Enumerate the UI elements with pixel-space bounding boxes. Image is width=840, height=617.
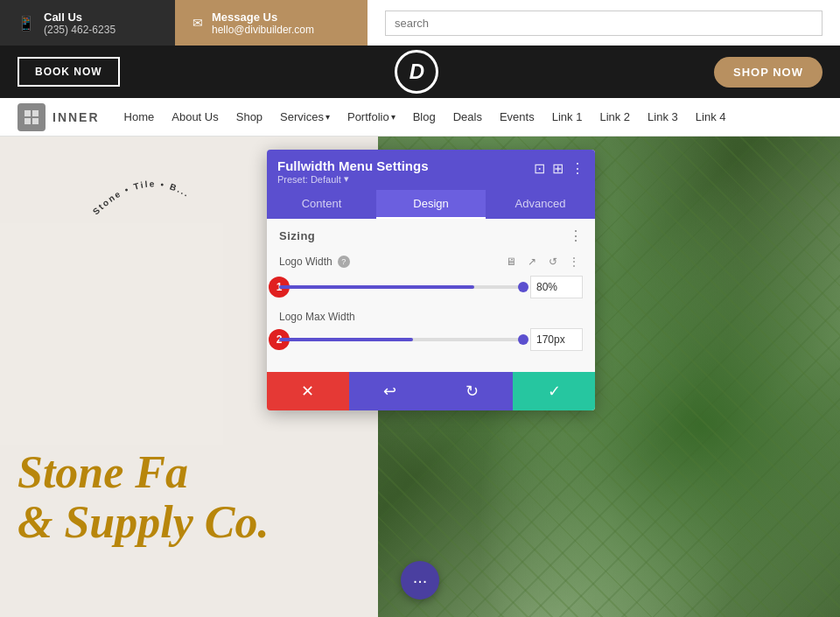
- email-icon: ✉: [192, 16, 203, 30]
- sizing-more-icon[interactable]: ⋮: [569, 228, 583, 244]
- nav-item-link1[interactable]: Link 1: [545, 107, 590, 127]
- stone-title-line2: & Supply Co.: [18, 497, 270, 547]
- panel-header-icons: ⊡ ⊞ ⋮: [534, 158, 584, 177]
- logo-max-width-header: Logo Max Width: [279, 311, 583, 323]
- split-icon[interactable]: ⊞: [552, 160, 564, 177]
- logo-width-slider-row: 1 80%: [279, 276, 583, 298]
- logo-width-field: Logo Width ? 🖥 ↗ ↺ ⋮ 1: [279, 253, 583, 298]
- stone-title-line1: Stone Fa: [18, 447, 188, 497]
- svg-rect-1: [32, 110, 38, 116]
- desktop-icon[interactable]: 🖥: [502, 253, 520, 270]
- logo-width-icons: 🖥 ↗ ↺ ⋮: [502, 253, 583, 270]
- nav-item-deals[interactable]: Deals: [446, 107, 489, 127]
- phone-icon: 📱: [18, 15, 35, 32]
- message-section: ✉ Message Us hello@divibuilder.com: [175, 0, 368, 46]
- nav-item-blog[interactable]: Blog: [406, 107, 443, 127]
- nav-item-home[interactable]: Home: [117, 107, 162, 127]
- svg-text:Stone • Tile • B...: Stone • Tile • B...: [91, 179, 192, 216]
- nav-item-shop[interactable]: Shop: [229, 107, 270, 127]
- inner-logo-svg: [23, 109, 40, 126]
- cursor-icon[interactable]: ↗: [523, 253, 541, 270]
- logo-max-width-slider-fill: [279, 338, 413, 341]
- floating-action-button[interactable]: ···: [401, 561, 439, 599]
- logo-letter: D: [410, 60, 424, 84]
- top-bar: 📱 Call Us (235) 462-6235 ✉ Message Us he…: [0, 0, 840, 46]
- shop-now-button[interactable]: SHOP NOW: [714, 57, 822, 88]
- stone-title-area: Stone Fa & Supply Co.: [18, 447, 298, 547]
- panel-title-area: Fullwidth Menu Settings Preset: Default …: [277, 158, 534, 185]
- logo-width-value[interactable]: 80%: [530, 276, 583, 298]
- logo-max-width-label: Logo Max Width: [279, 311, 355, 323]
- nav-logo-area: INNER: [18, 103, 100, 131]
- panel-header: Fullwidth Menu Settings Preset: Default …: [267, 150, 595, 190]
- options-icon[interactable]: ⋮: [565, 253, 583, 270]
- nav-item-about[interactable]: About Us: [164, 107, 225, 127]
- tab-design[interactable]: Design: [376, 190, 486, 219]
- message-email: hello@divibuilder.com: [212, 24, 314, 36]
- tab-content[interactable]: Content: [267, 190, 376, 219]
- tab-advanced[interactable]: Advanced: [486, 190, 595, 219]
- panel-footer: ✕ ↩ ↻ ✓: [267, 372, 595, 410]
- search-input[interactable]: [385, 11, 822, 36]
- cancel-button[interactable]: ✕: [267, 372, 349, 410]
- call-section: 📱 Call Us (235) 462-6235: [0, 0, 175, 46]
- panel-body: Sizing ⋮ Logo Width ? 🖥 ↗ ↺ ⋮ 1: [267, 219, 595, 372]
- message-text: Message Us hello@divibuilder.com: [212, 11, 314, 36]
- nav-logo-icon: [18, 103, 46, 131]
- logo-max-width-thumb[interactable]: [518, 334, 528, 345]
- fab-icon: ···: [413, 571, 428, 591]
- nav-item-portfolio[interactable]: Portfolio: [340, 107, 402, 127]
- nav-item-services[interactable]: Services: [273, 107, 337, 127]
- search-area: [368, 0, 840, 46]
- logo-width-slider-fill: [279, 285, 474, 289]
- sizing-section-header: Sizing ⋮: [279, 228, 583, 244]
- panel-title: Fullwidth Menu Settings: [277, 158, 534, 173]
- confirm-button[interactable]: ✓: [513, 372, 595, 410]
- logo-max-width-slider-row: 2 170px: [279, 328, 583, 351]
- main-content: Stone • Tile • B... Stone Fa & Supply Co…: [0, 137, 840, 617]
- chevron-down-icon: ▾: [344, 173, 349, 185]
- undo-button[interactable]: ↩: [349, 372, 431, 410]
- panel-preset[interactable]: Preset: Default ▾: [277, 173, 534, 185]
- logo-max-width-field: Logo Max Width 2 170px: [279, 311, 583, 351]
- nav-logo-text: INNER: [52, 110, 100, 124]
- svg-rect-2: [24, 118, 31, 124]
- svg-rect-3: [32, 118, 38, 124]
- logo-width-slider[interactable]: [279, 285, 523, 289]
- logo-width-label: Logo Width: [279, 256, 332, 268]
- reset-icon[interactable]: ↺: [544, 253, 562, 270]
- site-logo: D: [395, 50, 438, 94]
- more-icon[interactable]: ⋮: [570, 160, 584, 177]
- logo-width-thumb[interactable]: [518, 282, 528, 292]
- nav-item-link4[interactable]: Link 4: [689, 107, 733, 127]
- call-number: (235) 462-6235: [44, 24, 116, 36]
- curved-text-svg: Stone • Tile • B...: [88, 154, 219, 224]
- stone-main-title: Stone Fa & Supply Co.: [18, 447, 298, 547]
- logo-max-width-value[interactable]: 170px: [530, 328, 583, 351]
- call-text: Call Us (235) 462-6235: [44, 11, 116, 36]
- redo-button[interactable]: ↻: [431, 372, 514, 410]
- nav-item-link3[interactable]: Link 3: [640, 107, 685, 127]
- nav-item-events[interactable]: Events: [493, 107, 542, 127]
- sizing-section-title: Sizing: [279, 229, 315, 242]
- expand-icon[interactable]: ⊡: [534, 160, 545, 177]
- call-title: Call Us: [44, 11, 116, 24]
- settings-panel: Fullwidth Menu Settings Preset: Default …: [267, 150, 595, 410]
- svg-rect-0: [24, 110, 31, 116]
- nav-bar: INNER Home About Us Shop Services Portfo…: [0, 98, 840, 137]
- book-now-button[interactable]: BOOK NOW: [18, 57, 120, 87]
- message-title: Message Us: [212, 11, 314, 24]
- curved-text-area: Stone • Tile • B...: [88, 154, 192, 224]
- logo-width-help-icon[interactable]: ?: [338, 256, 350, 268]
- logo-width-header: Logo Width ? 🖥 ↗ ↺ ⋮: [279, 253, 583, 270]
- logo-max-width-slider[interactable]: [279, 338, 523, 341]
- panel-tabs: Content Design Advanced: [267, 190, 595, 219]
- nav-item-link2[interactable]: Link 2: [592, 107, 637, 127]
- header: BOOK NOW D SHOP NOW: [0, 46, 840, 98]
